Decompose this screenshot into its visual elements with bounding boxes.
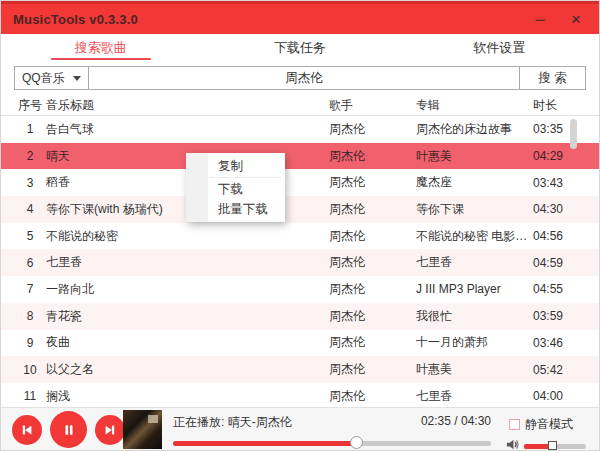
skip-previous-icon: [20, 423, 34, 437]
cell-dur: 04:29: [533, 149, 571, 163]
tab-software-settings[interactable]: 软件设置: [400, 34, 599, 61]
title-bar: MusicTools v0.3.3.0 ─ ✕: [1, 1, 599, 34]
cell-artist: 周杰伦: [329, 201, 416, 218]
header-index: 序号: [14, 97, 46, 114]
cell-dur: 03:46: [533, 336, 571, 350]
table-row[interactable]: 8青花瓷周杰伦我很忙03:59: [1, 303, 599, 330]
minimize-button[interactable]: ─: [529, 9, 551, 29]
next-button[interactable]: [95, 415, 125, 445]
cell-dur: 03:43: [533, 176, 571, 190]
mute-row: 静音模式: [509, 416, 573, 433]
header-artist: 歌手: [329, 97, 416, 114]
mute-label: 静音模式: [525, 416, 573, 433]
scrollbar-thumb[interactable]: [570, 119, 577, 149]
cell-idx: 10: [14, 363, 46, 377]
cell-album: J III MP3 Player: [416, 282, 533, 296]
app-window: MusicTools v0.3.3.0 ─ ✕ 搜索歌曲 下载任务 软件设置 Q…: [0, 0, 600, 451]
tab-bar: 搜索歌曲 下载任务 软件设置: [1, 34, 599, 61]
cell-artist: 周杰伦: [329, 121, 416, 138]
progress-knob[interactable]: [350, 436, 363, 449]
cell-album: 不能说的秘密 电影原声…: [416, 228, 533, 245]
table-row[interactable]: 9夜曲周杰伦十一月的萧邦03:46: [1, 330, 599, 357]
pause-button[interactable]: [50, 411, 87, 448]
menu-item-copy[interactable]: 复制: [186, 156, 285, 176]
cell-artist: 周杰伦: [329, 254, 416, 271]
cell-idx: 3: [14, 176, 46, 190]
speaker-icon: [505, 437, 520, 451]
cell-idx: 5: [14, 229, 46, 243]
previous-button[interactable]: [12, 415, 42, 445]
tab-download-tasks[interactable]: 下载任务: [200, 34, 399, 61]
table-row[interactable]: 1告白气球周杰伦周杰伦的床边故事03:35: [1, 116, 599, 143]
cell-dur: 04:30: [533, 202, 571, 216]
progress-fill: [173, 441, 357, 446]
track-area: 正在播放: 晴天-周杰伦 02:35 / 04:30: [173, 414, 491, 446]
cell-album: 我很忙: [416, 308, 533, 325]
time-label: 02:35 / 04:30: [421, 414, 491, 431]
chevron-down-icon: [73, 76, 81, 81]
cell-idx: 4: [14, 202, 46, 216]
tab-search-songs[interactable]: 搜索歌曲: [1, 34, 200, 61]
cell-idx: 8: [14, 309, 46, 323]
cell-title: 一路向北: [46, 281, 329, 298]
cell-dur: 04:55: [533, 282, 571, 296]
source-select[interactable]: QQ音乐: [15, 67, 89, 89]
cell-album: 周杰伦的床边故事: [416, 121, 533, 138]
cell-idx: 6: [14, 256, 46, 270]
header-duration: 时长: [533, 97, 571, 114]
cell-title: 青花瓷: [46, 308, 329, 325]
search-input[interactable]: [89, 67, 519, 89]
volume-slider[interactable]: [524, 444, 586, 449]
player-bar: 正在播放: 晴天-周杰伦 02:35 / 04:30 静音模式: [1, 407, 599, 450]
table-row[interactable]: 10以父之名周杰伦叶惠美05:42: [1, 356, 599, 383]
cell-album: 叶惠美: [416, 361, 533, 378]
cell-artist: 周杰伦: [329, 174, 416, 191]
menu-item-batch-download[interactable]: 批量下载: [186, 199, 285, 219]
cell-artist: 周杰伦: [329, 228, 416, 245]
cell-artist: 周杰伦: [329, 148, 416, 165]
window-buttons: ─ ✕: [529, 9, 587, 29]
cell-dur: 04:59: [533, 256, 571, 270]
table-header: 序号 音乐标题 歌手 专辑 时长: [1, 96, 599, 116]
pause-icon: [62, 423, 76, 437]
cell-album: 七里香: [416, 254, 533, 271]
table-row[interactable]: 4等你下课(with 杨瑞代)周杰伦等你下课04:30: [1, 196, 599, 223]
header-title: 音乐标题: [46, 97, 329, 114]
cell-title: 七里香: [46, 254, 329, 271]
table-row[interactable]: 2晴天周杰伦叶惠美04:29: [1, 143, 599, 170]
table-row[interactable]: 5不能说的秘密周杰伦不能说的秘密 电影原声…04:56: [1, 223, 599, 250]
cell-artist: 周杰伦: [329, 388, 416, 405]
cell-idx: 11: [14, 389, 46, 403]
mute-checkbox[interactable]: [509, 419, 520, 430]
table-row[interactable]: 6七里香周杰伦七里香04:59: [1, 249, 599, 276]
volume-row: [505, 437, 586, 451]
skip-next-icon: [103, 423, 117, 437]
cell-album: 等你下课: [416, 201, 533, 218]
cell-album: 十一月的萧邦: [416, 334, 533, 351]
cell-dur: 03:35: [533, 122, 571, 136]
cell-dur: 05:42: [533, 363, 571, 377]
cell-dur: 03:59: [533, 309, 571, 323]
window-title: MusicTools v0.3.3.0: [13, 12, 138, 27]
table-row[interactable]: 11搁浅周杰伦七里香04:00: [1, 383, 599, 410]
cell-artist: 周杰伦: [329, 334, 416, 351]
table-row[interactable]: 3稻香周杰伦魔杰座03:43: [1, 169, 599, 196]
cell-idx: 7: [14, 282, 46, 296]
cell-dur: 04:00: [533, 389, 571, 403]
cell-title: 以父之名: [46, 361, 329, 378]
table-row[interactable]: 7一路向北周杰伦J III MP3 Player04:55: [1, 276, 599, 303]
close-button[interactable]: ✕: [565, 9, 587, 29]
cell-dur: 04:56: [533, 229, 571, 243]
progress-bar[interactable]: [173, 441, 491, 446]
header-album: 专辑: [416, 97, 533, 114]
cell-artist: 周杰伦: [329, 281, 416, 298]
album-art: [123, 410, 162, 449]
cell-title: 不能说的秘密: [46, 228, 329, 245]
menu-item-download[interactable]: 下载: [186, 179, 285, 199]
volume-knob[interactable]: [548, 441, 557, 450]
cell-album: 魔杰座: [416, 174, 533, 191]
search-button[interactable]: 搜 索: [519, 67, 585, 89]
cell-title: 搁浅: [46, 388, 329, 405]
cell-artist: 周杰伦: [329, 308, 416, 325]
cell-idx: 2: [14, 149, 46, 163]
